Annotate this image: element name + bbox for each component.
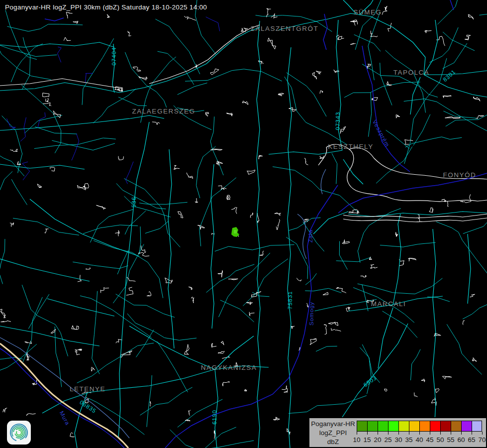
city-label: SÜMEG bbox=[353, 8, 382, 16]
legend-tick bbox=[440, 432, 441, 435]
legend-tick-value: 15 bbox=[363, 436, 371, 444]
legend-tick-value: 45 bbox=[426, 436, 433, 444]
legend-color-swatch bbox=[378, 421, 388, 432]
secondary-border-lines bbox=[0, 169, 326, 438]
road-number-label: 75831 bbox=[287, 291, 293, 310]
minor-streams bbox=[6, 17, 219, 184]
city-label: LETENYE bbox=[70, 385, 105, 393]
legend-tick-value: 10 bbox=[353, 436, 360, 444]
radar-echo-cell bbox=[231, 227, 239, 237]
water-border-label: Somogy bbox=[308, 302, 314, 326]
legend-tick bbox=[419, 432, 420, 435]
legend-tick bbox=[357, 432, 357, 435]
legend-tick-value: 70 bbox=[478, 436, 486, 444]
road-number-label: 6190 bbox=[211, 410, 217, 425]
legend-tick bbox=[430, 432, 430, 435]
legend-tick-value: 20 bbox=[374, 436, 381, 444]
city-label: ZALASZENTGRÓT bbox=[251, 25, 319, 32]
legend-tick-value: 30 bbox=[394, 436, 402, 444]
city-label: NAGYKANIZSA bbox=[201, 364, 257, 371]
legend-color-swatch bbox=[357, 421, 367, 432]
road-number-label: 07404 bbox=[111, 47, 117, 66]
hungaromet-spiral-logo bbox=[7, 421, 31, 445]
city-label: KESZTHELY bbox=[328, 143, 373, 150]
legend-tick-value: 35 bbox=[405, 436, 412, 444]
minor-road-network bbox=[0, 0, 487, 448]
legend-tick-value: 60 bbox=[457, 436, 465, 444]
city-label: MARCALI bbox=[371, 300, 406, 308]
legend-tick-value: 55 bbox=[447, 436, 454, 444]
city-label: ZALAEGERSZEG bbox=[132, 108, 195, 115]
reflectivity-legend: Poganyvar-HR logZ_PPI dbZ 10152025303540… bbox=[308, 417, 487, 448]
water-border-label: Zala bbox=[307, 229, 313, 242]
legend-tick-value: 25 bbox=[384, 436, 391, 444]
legend-text-block: Poganyvar-HR logZ_PPI dbZ bbox=[309, 420, 357, 447]
legend-tick-value: 50 bbox=[436, 436, 444, 444]
legend-unit-label: dbZ bbox=[309, 438, 357, 447]
legend-color-swatch bbox=[419, 421, 430, 432]
road-number-label: 536 bbox=[131, 197, 137, 208]
legend-tick bbox=[472, 432, 472, 435]
radar-map-viewport: Poganyvar-HR logZ_PPI 30km (dbZ) Saturda… bbox=[0, 0, 487, 448]
legend-station-name: Poganyvar-HR bbox=[309, 420, 357, 429]
legend-color-scale bbox=[357, 421, 482, 432]
legend-tick bbox=[378, 432, 378, 435]
map-title: Poganyvar-HR logZ_PPI 30km (dbZ) Saturda… bbox=[5, 3, 207, 11]
legend-tick bbox=[409, 432, 409, 435]
legend-color-swatch bbox=[451, 421, 461, 432]
legend-color-swatch bbox=[430, 421, 440, 432]
legend-color-swatch bbox=[409, 421, 419, 432]
legend-tick bbox=[451, 432, 451, 435]
city-label: FONYÓD bbox=[443, 171, 477, 179]
spiral-logo-glyph bbox=[8, 422, 29, 443]
rivers-and-county-borders bbox=[0, 0, 487, 448]
legend-color-swatch bbox=[440, 421, 451, 432]
railway-and-shoreline bbox=[0, 25, 487, 222]
legend-tick bbox=[388, 432, 389, 435]
legend-color-swatch bbox=[472, 421, 482, 432]
legend-color-swatch bbox=[367, 421, 378, 432]
city-label: TAPOLCA bbox=[393, 69, 430, 76]
legend-tick bbox=[461, 432, 462, 435]
legend-tick bbox=[482, 432, 483, 435]
legend-tick bbox=[367, 432, 368, 435]
legend-tick-value: 65 bbox=[468, 436, 475, 444]
legend-product-name: logZ_PPI bbox=[309, 429, 357, 438]
legend-color-swatch bbox=[388, 421, 398, 432]
road-number-label: 07343 bbox=[335, 112, 341, 130]
legend-color-swatch bbox=[461, 421, 472, 432]
radar-map-canvas bbox=[0, 0, 487, 448]
legend-tick bbox=[398, 432, 399, 435]
legend-tick-value: 40 bbox=[415, 436, 423, 444]
major-road-network bbox=[0, 0, 487, 448]
legend-color-swatch bbox=[398, 421, 409, 432]
